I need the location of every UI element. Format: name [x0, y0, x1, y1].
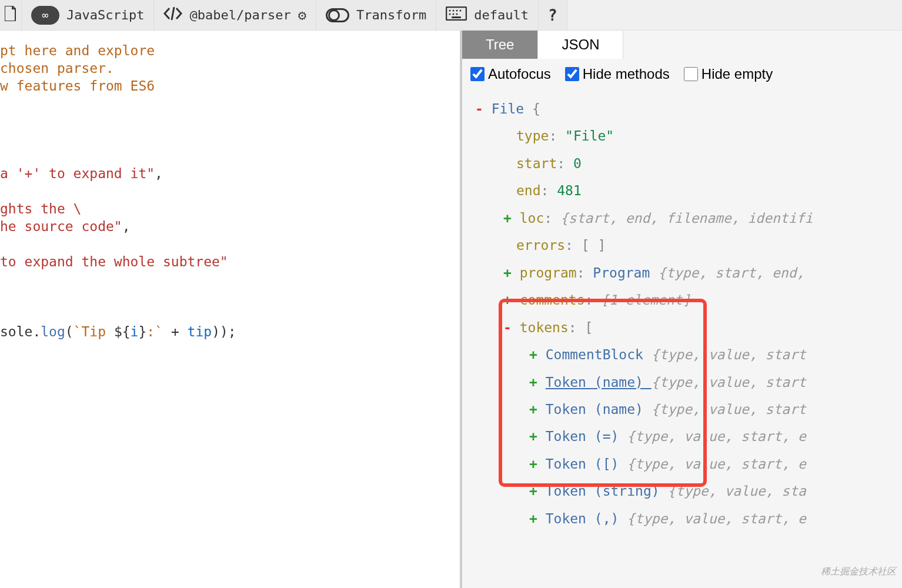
expand-icon[interactable]: + — [529, 511, 537, 526]
code-icon — [163, 7, 182, 24]
code-line — [0, 288, 460, 306]
tree-token[interactable]: + Token (=) {type, value, start, e — [467, 423, 897, 450]
cloud-icon: ∞ — [31, 6, 59, 25]
code-line: a '+' to expand it", — [0, 165, 460, 183]
tree-prop-comments[interactable]: + comments: [1 element] — [467, 286, 897, 313]
svg-point-5 — [449, 13, 451, 15]
watermark: 稀土掘金技术社区 — [821, 562, 896, 581]
transform-label: Transform — [356, 8, 426, 22]
token-name: CommentBlock — [546, 347, 643, 362]
code-line — [0, 306, 460, 323]
hide-empty-label: Hide empty — [701, 66, 773, 82]
tree-prop-end[interactable]: end: 481 — [467, 177, 897, 204]
tree-token[interactable]: + Token (,) {type, value, start, e — [467, 505, 897, 532]
option-autofocus[interactable]: Autofocus — [470, 66, 551, 82]
token-name: Token (string) — [546, 483, 660, 499]
language-label: JavaScript — [66, 8, 144, 22]
token-summary: {type, value, start, e — [627, 456, 806, 472]
token-name: Token (name) — [546, 375, 652, 390]
hide-methods-label: Hide methods — [583, 66, 670, 82]
token-name: Token ([) — [546, 456, 619, 472]
token-summary: {type, value, start — [652, 347, 806, 362]
tree-token[interactable]: + Token (name) {type, value, start — [467, 396, 897, 423]
expand-icon[interactable]: + — [503, 211, 512, 226]
token-summary: {type, value, sta — [667, 483, 806, 499]
option-hide-empty[interactable]: Hide empty — [684, 66, 773, 82]
expand-icon[interactable]: + — [529, 456, 537, 472]
expand-icon[interactable]: + — [529, 429, 537, 444]
snippet-button[interactable] — [0, 0, 22, 30]
view-tabs: Tree JSON — [462, 31, 902, 59]
code-editor[interactable]: pt here and explorechosen parser.w featu… — [0, 31, 462, 588]
svg-point-6 — [453, 13, 455, 15]
help-icon: ? — [548, 6, 557, 24]
toolbar: ∞ JavaScript @babel/parser ⚙ Transform d… — [0, 0, 902, 31]
tree-prop-type[interactable]: type: "File" — [467, 122, 897, 149]
keyboard-icon — [446, 6, 467, 24]
gear-icon[interactable]: ⚙ — [298, 7, 306, 24]
parser-selector[interactable]: @babel/parser ⚙ — [154, 0, 316, 30]
option-hide-methods[interactable]: Hide methods — [565, 66, 670, 82]
main-content: pt here and explorechosen parser.w featu… — [0, 31, 902, 588]
parser-label: @babel/parser — [189, 8, 290, 22]
collapse-icon[interactable]: - — [503, 320, 512, 335]
tab-json[interactable]: JSON — [538, 31, 623, 59]
svg-point-1 — [449, 9, 451, 11]
token-name: Token (name) — [546, 402, 643, 417]
tree-token[interactable]: + CommentBlock {type, value, start — [467, 341, 897, 368]
code-line: chosen parser. — [0, 60, 460, 78]
tree-prop-loc[interactable]: + loc: {start, end, filename, identifi — [467, 205, 897, 232]
expand-icon[interactable]: + — [529, 402, 537, 417]
token-summary: {type, value, start, e — [627, 511, 806, 526]
tree-prop-program[interactable]: + program: Program {type, start, end, — [467, 259, 897, 286]
tree-prop-errors[interactable]: errors: [ ] — [467, 232, 897, 259]
tree-token[interactable]: + Token ([) {type, value, start, e — [467, 450, 897, 477]
language-selector[interactable]: ∞ JavaScript — [22, 0, 154, 30]
tree-token[interactable]: + Token (string) {type, value, sta — [467, 477, 897, 505]
code-line: pt here and explore — [0, 42, 460, 60]
expand-icon[interactable]: + — [503, 292, 512, 308]
expand-icon[interactable]: + — [503, 265, 512, 280]
autofocus-checkbox[interactable] — [470, 67, 485, 81]
svg-point-7 — [456, 13, 458, 15]
code-line — [0, 236, 460, 253]
svg-point-2 — [453, 9, 455, 11]
tree-prop-start[interactable]: start: 0 — [467, 150, 897, 177]
keymap-label: default — [474, 8, 529, 22]
token-summary: {type, value, start — [652, 375, 806, 390]
ast-panel: Tree JSON Autofocus Hide methods Hide em… — [462, 31, 902, 588]
transform-selector[interactable]: Transform — [316, 0, 436, 30]
token-name: Token (,) — [546, 511, 619, 526]
svg-rect-8 — [452, 16, 461, 18]
hide-empty-checkbox[interactable] — [684, 67, 698, 81]
hide-methods-checkbox[interactable] — [565, 67, 579, 81]
code-line: sole.log(`Tip ${i}:` + tip)); — [0, 323, 460, 341]
tree-options: Autofocus Hide methods Hide empty — [462, 59, 902, 89]
token-name: Token (=) — [546, 429, 619, 444]
tree-token[interactable]: + Token (name) {type, value, start — [467, 369, 897, 396]
token-summary: {type, value, start — [652, 402, 806, 417]
help-button[interactable]: ? — [539, 0, 567, 30]
autofocus-label: Autofocus — [488, 66, 551, 82]
toggle-icon — [326, 8, 349, 22]
code-line — [0, 271, 460, 289]
code-line: ghts the \ — [0, 201, 460, 218]
svg-point-3 — [456, 9, 458, 11]
code-line — [0, 148, 460, 165]
document-icon — [5, 6, 16, 25]
code-line — [0, 130, 460, 148]
tree-prop-tokens[interactable]: - tokens: [ — [467, 314, 897, 341]
code-line — [0, 183, 460, 201]
ast-tree: - File { type: "File" start: 0 end: 481 … — [462, 89, 902, 588]
code-line — [0, 95, 460, 113]
tree-node-file[interactable]: - File { — [467, 95, 897, 122]
tab-tree[interactable]: Tree — [462, 31, 538, 59]
keymap-selector[interactable]: default — [436, 0, 539, 30]
expand-icon[interactable]: + — [529, 347, 537, 362]
expand-icon[interactable]: + — [529, 375, 537, 390]
collapse-icon[interactable]: - — [475, 101, 483, 116]
code-line: to expand the whole subtree" — [0, 253, 460, 271]
expand-icon[interactable]: + — [529, 483, 537, 499]
code-line — [0, 113, 460, 131]
node-type: File — [492, 101, 524, 116]
